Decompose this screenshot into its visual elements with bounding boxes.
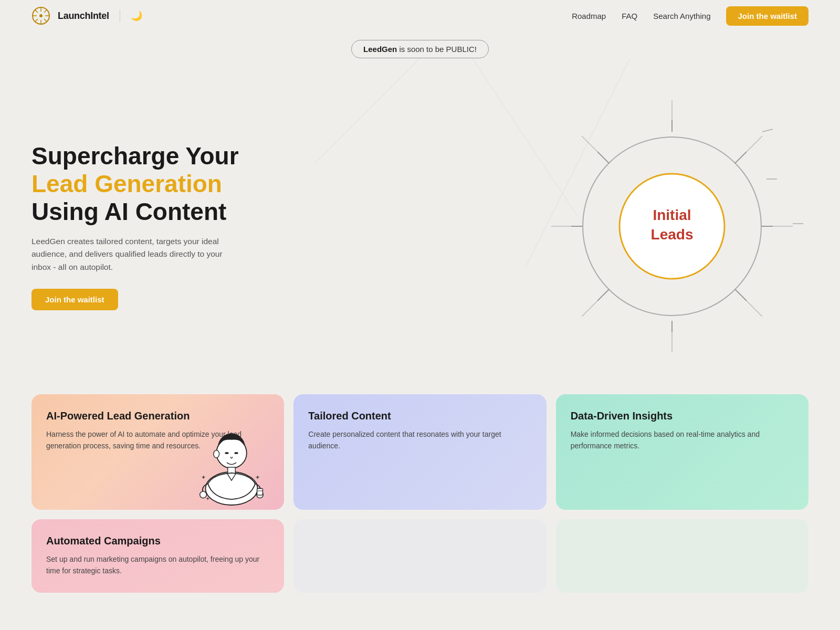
svg-point-1 bbox=[39, 14, 43, 17]
svg-line-23 bbox=[597, 289, 609, 301]
feature-placeholder-1 bbox=[293, 519, 546, 593]
svg-text:✦: ✦ bbox=[201, 474, 206, 480]
feature-placeholder-2 bbox=[556, 519, 808, 593]
svg-line-32 bbox=[747, 301, 762, 317]
nav-waitlist-button[interactable]: Join the waitlist bbox=[726, 6, 808, 26]
feature-card-campaigns: Automated Campaigns Set up and run marke… bbox=[32, 519, 284, 593]
nav-divider bbox=[120, 9, 120, 22]
diagram-svg: Initial Leads bbox=[536, 90, 808, 363]
nav-link-search[interactable]: Search Anything bbox=[653, 12, 710, 20]
announcement-brand: LeedGen bbox=[363, 45, 397, 54]
feature-campaigns-desc: Set up and run marketing campaigns on au… bbox=[46, 553, 269, 577]
navbar: LaunchIntel 🌙 Roadmap FAQ Search Anythin… bbox=[0, 0, 840, 32]
announcement-pill: LeedGen is soon to be PUBLIC! bbox=[351, 40, 489, 58]
hero-description: LeedGen creates tailored content, target… bbox=[32, 235, 242, 274]
svg-point-38 bbox=[214, 450, 219, 458]
svg-text:✦: ✦ bbox=[206, 496, 210, 501]
svg-line-10 bbox=[315, 58, 420, 163]
svg-line-31 bbox=[582, 301, 597, 317]
feature-ai-illustration: ✦ ✦ ✦ bbox=[184, 415, 279, 510]
feature-card-ai: AI-Powered Lead Generation Harness the p… bbox=[32, 394, 284, 510]
hero-text: Supercharge Your Lead Generation Using A… bbox=[32, 142, 242, 310]
svg-line-29 bbox=[582, 136, 597, 152]
feature-card-tailored: Tailored Content Create personalized con… bbox=[293, 394, 546, 510]
svg-rect-47 bbox=[257, 489, 263, 496]
nav-link-faq[interactable]: FAQ bbox=[622, 12, 637, 20]
hero-diagram: Initial Leads bbox=[536, 90, 808, 363]
feature-card-data: Data-Driven Insights Make informed decis… bbox=[556, 394, 808, 510]
feature-data-desc: Make informed decisions based on real-ti… bbox=[571, 428, 794, 452]
features-section: AI-Powered Lead Generation Harness the p… bbox=[0, 384, 840, 614]
announcement-text: is soon to be PUBLIC! bbox=[397, 45, 477, 54]
feature-tailored-title: Tailored Content bbox=[308, 410, 531, 422]
nav-left: LaunchIntel 🌙 bbox=[32, 6, 142, 25]
hero-title: Supercharge Your Lead Generation Using A… bbox=[32, 142, 242, 226]
svg-line-21 bbox=[597, 152, 609, 163]
svg-rect-40 bbox=[235, 452, 238, 454]
nav-right: Roadmap FAQ Search Anything Join the wai… bbox=[572, 6, 808, 26]
logo-icon bbox=[32, 6, 50, 25]
feature-tailored-desc: Create personalized content that resonat… bbox=[308, 428, 531, 452]
svg-text:✦: ✦ bbox=[255, 474, 260, 480]
svg-rect-39 bbox=[225, 452, 229, 454]
feature-campaigns-title: Automated Campaigns bbox=[46, 535, 269, 547]
hero-title-line3: Using AI Content bbox=[32, 198, 226, 225]
svg-text:Initial: Initial bbox=[653, 207, 691, 223]
feature-data-title: Data-Driven Insights bbox=[571, 410, 794, 422]
hero-section: Supercharge Your Lead Generation Using A… bbox=[0, 58, 840, 384]
svg-line-8 bbox=[44, 10, 47, 13]
svg-line-30 bbox=[747, 136, 762, 152]
nav-link-roadmap[interactable]: Roadmap bbox=[572, 12, 606, 20]
hero-title-accent: Lead Generation bbox=[32, 170, 222, 197]
person-icon: ✦ ✦ ✦ bbox=[190, 415, 274, 510]
svg-line-22 bbox=[735, 152, 747, 163]
svg-line-7 bbox=[44, 19, 47, 22]
hero-title-line1: Supercharge Your bbox=[32, 142, 239, 170]
svg-line-34 bbox=[762, 129, 773, 132]
svg-point-37 bbox=[217, 438, 247, 468]
svg-line-9 bbox=[35, 19, 38, 22]
hero-waitlist-button[interactable]: Join the waitlist bbox=[32, 289, 118, 310]
announcement-bar: LeedGen is soon to be PUBLIC! bbox=[0, 40, 840, 58]
logo-text: LaunchIntel bbox=[58, 10, 109, 22]
svg-text:Leads: Leads bbox=[651, 226, 694, 243]
theme-toggle-icon[interactable]: 🌙 bbox=[131, 10, 142, 22]
svg-line-24 bbox=[735, 289, 747, 301]
svg-line-6 bbox=[35, 10, 38, 13]
